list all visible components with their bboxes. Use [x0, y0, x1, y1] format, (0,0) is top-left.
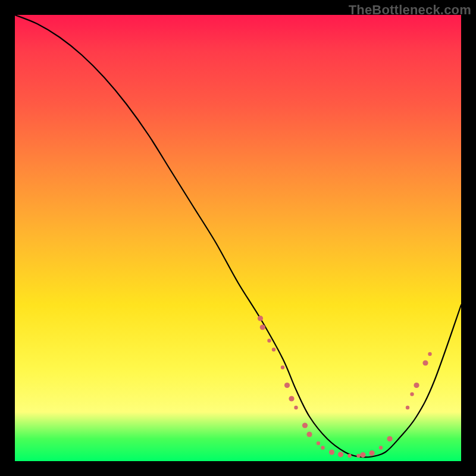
- highlight-point: [410, 392, 414, 396]
- highlight-point: [406, 406, 409, 409]
- highlight-point: [329, 449, 334, 455]
- highlight-point: [272, 347, 275, 351]
- highlight-point: [317, 441, 320, 445]
- highlight-point: [347, 454, 351, 458]
- highlight-point: [284, 383, 290, 388]
- highlight-points: [258, 315, 432, 458]
- plot-area: [15, 15, 461, 461]
- highlight-point: [294, 406, 298, 409]
- highlight-point: [414, 383, 419, 388]
- highlight-point: [267, 339, 271, 342]
- highlight-point: [306, 431, 312, 437]
- highlight-point: [387, 436, 392, 441]
- bottleneck-curve: [15, 15, 461, 457]
- highlight-point: [360, 452, 365, 458]
- chart-container: TheBottleneck.com: [0, 0, 476, 476]
- highlight-point: [356, 454, 360, 458]
- highlight-point: [260, 324, 265, 330]
- highlight-point: [302, 422, 308, 428]
- highlight-point: [338, 452, 343, 457]
- highlight-point: [258, 315, 263, 321]
- highlight-point: [321, 446, 324, 449]
- highlight-point: [422, 360, 428, 365]
- highlight-point: [281, 365, 284, 369]
- highlight-point: [289, 396, 294, 401]
- curve-layer: [15, 15, 461, 461]
- highlight-point: [428, 352, 431, 356]
- highlight-point: [379, 446, 383, 449]
- highlight-point: [369, 450, 374, 456]
